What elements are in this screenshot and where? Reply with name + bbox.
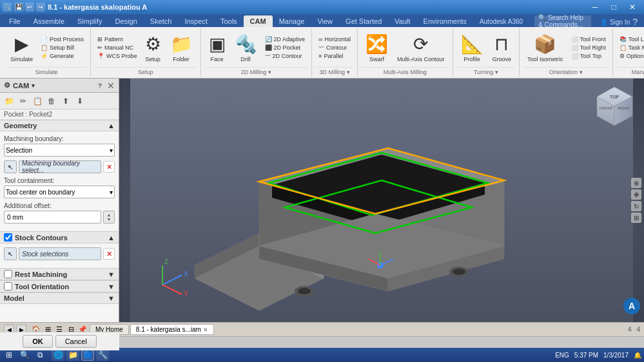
taskbar-chrome[interactable]: 🔵 [81, 349, 94, 361]
tab-inspect[interactable]: Inspect [178, 15, 213, 27]
tab-assemble[interactable]: Assemble [27, 15, 71, 27]
close-button[interactable]: ✕ [623, 0, 641, 14]
help-icon[interactable]: ? [632, 17, 638, 27]
profile-btn[interactable]: 📐 Profile [457, 32, 487, 64]
multiaxis-contour-btn[interactable]: ⟳ Multi-Axis Contour [393, 32, 449, 64]
horizontal-btn[interactable]: ═ Horizontal [316, 35, 353, 43]
stock-delete-btn[interactable]: ✕ [103, 248, 115, 260]
post-process-icon: 📄 [41, 36, 48, 43]
tab-manage[interactable]: Manage [273, 15, 311, 27]
rest-machining-section-header[interactable]: Rest Machining ▼ [0, 268, 119, 280]
tab-tools[interactable]: Tools [214, 15, 244, 27]
model-tab-close[interactable]: ✕ [203, 327, 208, 333]
tool-right-btn[interactable]: ⬜ Tool Right [569, 44, 609, 52]
tab-design[interactable]: Design [109, 15, 144, 27]
copy-btn[interactable]: 📋 [31, 95, 44, 108]
tool-orientation-section-header[interactable]: Tool Orientation ▼ [0, 280, 119, 292]
2d-adaptive-btn[interactable]: 🔄 2D Adaptive [262, 35, 308, 43]
folder-btn[interactable]: 📁 Folder [166, 32, 197, 64]
swarf-btn[interactable]: 🔀 Swarf [362, 32, 392, 64]
taskbar-ie[interactable]: 🌐 [52, 349, 64, 361]
boundary-selector-label[interactable]: Machining boundary select... [19, 160, 101, 173]
tool-containment-select[interactable]: Tool center on boundary ▾ [4, 186, 115, 198]
groove-btn[interactable]: ⊓ Groove [489, 32, 516, 64]
generate-icon: ⚡ [41, 53, 48, 59]
undo-icon[interactable]: ↩ [25, 3, 34, 12]
fit-btn[interactable]: ⊞ [631, 213, 641, 223]
boundary-cursor-btn[interactable]: ↖ [4, 160, 17, 173]
pan-btn[interactable]: ✥ [631, 189, 641, 200]
task-manager-btn[interactable]: 📋 Task Manager [617, 44, 644, 52]
tab-view[interactable]: View [311, 15, 339, 27]
manual-nc-btn[interactable]: ✏ Manual NC [95, 44, 140, 52]
boundary-delete-btn[interactable]: ✕ [103, 161, 115, 173]
tab-cam[interactable]: CAM [244, 15, 273, 27]
simulate-btn[interactable]: ▶ Simulate [6, 32, 37, 64]
model-section-header[interactable]: Model ▼ [0, 292, 119, 304]
zoom-btn[interactable]: ⊕ [631, 178, 641, 188]
tab-environments[interactable]: Environments [417, 15, 473, 27]
maximize-button[interactable]: □ [605, 0, 623, 14]
delete-panel-btn[interactable]: 🗑 [45, 95, 58, 108]
wcs-probe-btn[interactable]: 📍 WCS Probe [95, 52, 140, 60]
orbit-btn[interactable]: ↻ [631, 201, 641, 211]
section-controls: ▲ [108, 122, 115, 129]
boundary-selector: ↖ Machining boundary select... ✕ [4, 160, 115, 173]
2d-pocket-btn[interactable]: ⬛ 2D Pocket [262, 44, 308, 52]
taskbar-explorer[interactable]: 📁 [66, 349, 79, 361]
geometry-section-header[interactable]: Geometry ▲ [0, 120, 119, 131]
model-tab[interactable]: 8.1 - katergasia s...iam ✕ [130, 324, 214, 335]
viewcube[interactable]: TOP FRONT RIGHT [590, 84, 639, 133]
new-folder-btn[interactable]: 📁 [3, 95, 15, 108]
tab-autodesk[interactable]: Autodesk A360 [473, 15, 529, 27]
move-down-btn[interactable]: ⬇ [73, 95, 86, 108]
post-process-btn[interactable]: 📄 Post Process [38, 35, 86, 43]
panel-help-btn[interactable]: ? [95, 81, 105, 91]
tab-sketch[interactable]: Sketch [144, 15, 179, 27]
pattern-btn[interactable]: ⊞ Pattern [95, 35, 140, 43]
stock-contours-section-header[interactable]: Stock Contours ▲ [0, 231, 119, 243]
autodesk-logo[interactable]: A [623, 298, 640, 314]
tab-vault[interactable]: Vault [388, 15, 416, 27]
generate-btn[interactable]: ⚡ Generate [38, 52, 86, 60]
2d-contour-btn[interactable]: 〰 2D Contour [262, 52, 308, 60]
edit-btn[interactable]: ✏ [17, 95, 30, 108]
rest-machining-checkbox[interactable] [4, 270, 12, 278]
tab-file[interactable]: File [3, 15, 27, 27]
tab-get-started[interactable]: Get Started [339, 15, 388, 27]
stock-selector-label[interactable]: Stock selections [19, 247, 101, 260]
minimize-button[interactable]: ─ [586, 0, 604, 14]
offset-spinner[interactable]: ▲▼ [103, 211, 115, 224]
start-btn[interactable]: ⊞ [3, 349, 15, 361]
move-up-btn[interactable]: ⬆ [59, 95, 72, 108]
tab-simplify[interactable]: Simplify [71, 15, 109, 27]
stock-cursor-btn[interactable]: ↖ [4, 247, 17, 260]
setup-group-label: Setup [95, 67, 197, 75]
panel-close-btn[interactable]: ✕ [107, 81, 115, 91]
signin-btn[interactable]: 👤 Sign In [600, 19, 630, 26]
tool-library-btn[interactable]: 📚 Tool Library [617, 35, 644, 43]
setup-bill-btn[interactable]: 📋 Setup Bill [38, 44, 86, 52]
tool-top-btn[interactable]: ⬜ Tool Top [569, 52, 609, 60]
machining-boundary-select[interactable]: Selection ▾ [4, 144, 115, 157]
search-bar[interactable]: 🔍 Search Help & Commands... [534, 15, 591, 27]
stock-contours-checkbox[interactable] [4, 233, 12, 242]
save-icon[interactable]: 💾 [14, 3, 23, 12]
tool-isometric-btn[interactable]: 📦 Tool Isometric [523, 32, 567, 64]
face-btn[interactable]: ▣ Face [205, 32, 229, 64]
taskbar-notification[interactable]: 🔔 [634, 352, 641, 359]
taskbar-task-view[interactable]: ⧉ [34, 349, 46, 361]
setup-btn[interactable]: ⚙ Setup [141, 32, 165, 64]
taskbar-search-btn[interactable]: 🔍 [18, 349, 31, 361]
drill-btn[interactable]: 🔩 Drill [231, 32, 261, 64]
parallel-btn[interactable]: ≡ Parallel [316, 52, 353, 60]
tool-orientation-checkbox[interactable] [4, 282, 12, 291]
redo-icon[interactable]: ↪ [36, 3, 45, 12]
viewport[interactable]: X Y Z [119, 79, 644, 322]
contour-btn[interactable]: 〰 Contour [316, 44, 353, 52]
options-btn[interactable]: ⚙ Options [617, 52, 644, 60]
additional-offset-input[interactable] [4, 211, 101, 224]
rest-machining-label: Rest Machining [15, 271, 67, 278]
taskbar-app[interactable]: 🔧 [96, 349, 109, 361]
tool-front-btn[interactable]: ⬜ Tool Front [569, 35, 609, 43]
